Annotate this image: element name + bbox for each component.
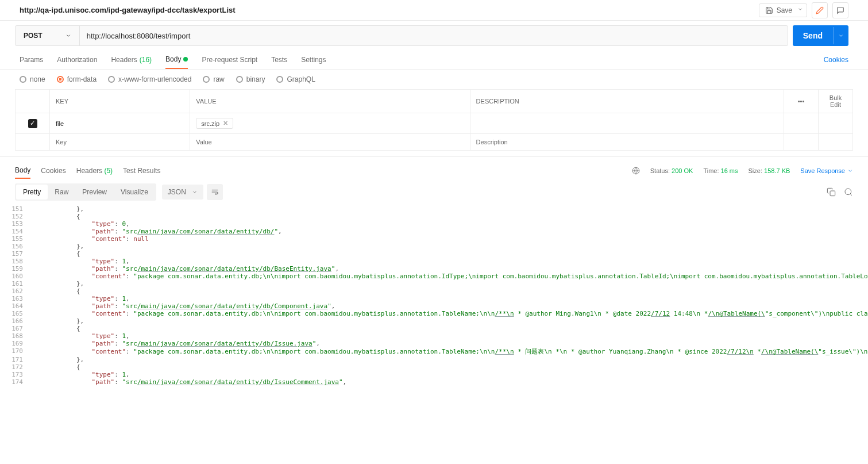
code-line: 165 "content": "package com.sonar.data.e…	[0, 310, 868, 317]
view-segments: Pretty Raw Preview Visualize	[15, 183, 156, 201]
svg-line-5	[850, 194, 852, 195]
code-line: 158 "type": 1,	[0, 258, 868, 265]
globe-icon[interactable]	[632, 167, 640, 175]
request-tabs: Params Authorization Headers (16) Body P…	[0, 51, 868, 70]
radio-none[interactable]: none	[20, 75, 45, 83]
radio-raw[interactable]: raw	[203, 75, 224, 83]
file-chip: src.zip ✕	[196, 118, 233, 129]
tab-settings[interactable]: Settings	[301, 51, 326, 69]
status-value: 200 OK	[672, 167, 693, 174]
code-line: 164 "path": "src/main/java/com/sonar/dat…	[0, 302, 868, 310]
save-button[interactable]: Save	[759, 3, 798, 17]
save-response-link[interactable]: Save Response	[800, 167, 853, 174]
row-value[interactable]: src.zip ✕	[190, 113, 470, 134]
formdata-table: KEY VALUE DESCRIPTION ••• Bulk Edit ✓ fi…	[15, 89, 853, 151]
seg-preview[interactable]: Preview	[75, 185, 114, 200]
url-input[interactable]: http://localhost:8080/test/import	[80, 26, 788, 45]
resp-tab-cookies[interactable]: Cookies	[41, 163, 65, 178]
tab-authorization[interactable]: Authorization	[57, 51, 97, 69]
seg-visualize[interactable]: Visualize	[114, 185, 155, 200]
col-key: KEY	[50, 90, 190, 113]
code-line: 173 "type": 1,	[0, 371, 868, 378]
code-line: 168 "type": 1,	[0, 332, 868, 340]
send-button[interactable]: Send	[793, 25, 848, 46]
radio-binary[interactable]: binary	[236, 75, 265, 83]
tab-headers[interactable]: Headers (16)	[111, 51, 152, 69]
search-icon[interactable]	[844, 187, 853, 197]
formdata-row: ✓ file src.zip ✕	[16, 113, 853, 134]
save-dropdown[interactable]	[794, 3, 807, 17]
col-value: VALUE	[190, 90, 470, 113]
radio-graphql[interactable]: GraphQL	[276, 75, 315, 83]
code-line: 169 "path": "src/main/java/com/sonar/dat…	[0, 340, 868, 347]
tab-title: http://qa-ipd.unisoc.com/ipd-gateway/ipd…	[20, 6, 236, 14]
code-line: 167 {	[0, 325, 868, 332]
more-icon[interactable]: •••	[798, 98, 805, 105]
copy-icon[interactable]	[827, 187, 836, 197]
comment-button[interactable]	[832, 2, 848, 18]
formdata-placeholder-row: Key Value Description	[16, 134, 853, 151]
comment-icon	[836, 6, 844, 14]
file-name: src.zip	[201, 120, 219, 127]
response-toolbar: Pretty Raw Preview Visualize JSON	[0, 179, 868, 205]
resp-tab-body[interactable]: Body	[15, 163, 30, 179]
send-label: Send	[793, 25, 833, 46]
format-select[interactable]: JSON	[162, 185, 203, 200]
code-line: 159 "path": "src/main/java/com/sonar/dat…	[0, 265, 868, 273]
save-label: Save	[777, 6, 792, 14]
chevron-down-icon	[847, 168, 853, 174]
save-icon	[765, 6, 773, 14]
body-type-radios: none form-data x-www-form-urlencoded raw…	[0, 70, 868, 89]
pencil-icon	[816, 6, 824, 14]
key-placeholder[interactable]: Key	[50, 134, 190, 151]
value-placeholder[interactable]: Value	[190, 134, 470, 151]
code-line: 163 "type": 1,	[0, 295, 868, 302]
resp-tab-tests[interactable]: Test Results	[123, 163, 160, 178]
edit-button[interactable]	[812, 2, 828, 18]
wrap-icon	[211, 188, 219, 196]
seg-raw[interactable]: Raw	[48, 185, 75, 200]
radio-urlencoded[interactable]: x-www-form-urlencoded	[108, 75, 191, 83]
code-line: 157 {	[0, 250, 868, 258]
chevron-down-icon	[797, 6, 803, 12]
method-select[interactable]: POST	[16, 26, 80, 45]
resp-tab-headers[interactable]: Headers (5)	[76, 163, 113, 178]
tab-body[interactable]: Body	[165, 51, 188, 69]
code-line: 162 {	[0, 287, 868, 295]
code-line: 171 },	[0, 356, 868, 363]
tab-params[interactable]: Params	[20, 51, 43, 69]
tab-prerequest[interactable]: Pre-request Script	[202, 51, 257, 69]
code-line: 161 },	[0, 280, 868, 287]
row-desc[interactable]	[470, 113, 784, 134]
row-checkbox[interactable]: ✓	[28, 119, 37, 128]
wrap-button[interactable]	[207, 184, 223, 200]
col-more: •••	[784, 90, 819, 113]
col-check	[16, 90, 50, 113]
seg-pretty[interactable]: Pretty	[16, 185, 48, 200]
modified-dot-icon	[183, 57, 188, 62]
size-value: 158.7 KB	[764, 167, 790, 174]
code-line: 152 {	[0, 213, 868, 220]
row-key[interactable]: file	[50, 113, 190, 134]
chevron-down-icon	[838, 33, 844, 39]
code-line: 153 "type": 0,	[0, 220, 868, 228]
code-line: 156 },	[0, 243, 868, 250]
remove-file-icon[interactable]: ✕	[223, 120, 228, 127]
response-meta: Status: 200 OK Time: 16 ms Size: 158.7 K…	[632, 167, 853, 175]
chevron-down-icon	[192, 189, 198, 195]
tab-tests[interactable]: Tests	[271, 51, 287, 69]
code-line: 160 "content": "package com.sonar.data.e…	[0, 273, 868, 280]
code-line: 151 },	[0, 205, 868, 213]
code-line: 154 "path": "src/main/java/com/sonar/dat…	[0, 228, 868, 235]
desc-placeholder[interactable]: Description	[470, 134, 784, 151]
method-label: POST	[24, 32, 43, 40]
chevron-down-icon	[65, 33, 71, 39]
code-line: 166 },	[0, 317, 868, 325]
svg-point-4	[845, 189, 851, 195]
cookies-link[interactable]: Cookies	[824, 56, 848, 64]
response-body[interactable]: 151 },152 {153 "type": 0,154 "path": "sr…	[0, 205, 868, 397]
bulk-edit[interactable]: Bulk Edit	[819, 90, 853, 113]
radio-formdata[interactable]: form-data	[57, 75, 97, 83]
response-tabs: Body Cookies Headers (5) Test Results St…	[0, 156, 868, 179]
send-dropdown[interactable]	[833, 27, 848, 44]
